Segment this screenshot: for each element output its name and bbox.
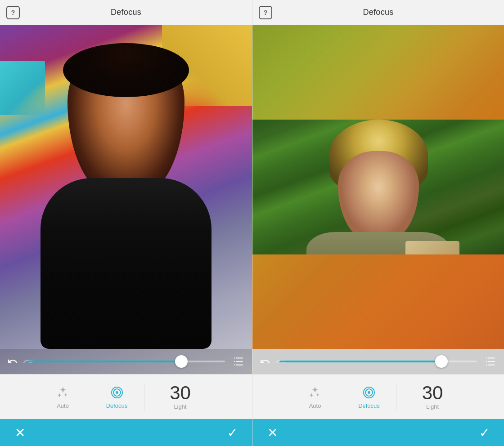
right-light-label: Light xyxy=(426,403,439,410)
left-slider-thumb[interactable] xyxy=(175,355,188,368)
right-slider-thumb[interactable] xyxy=(435,355,448,368)
right-action-bar: ✕ ✓ xyxy=(252,419,504,446)
right-number: 30 xyxy=(422,384,443,402)
left-defocus-label: Defocus xyxy=(106,402,128,409)
left-slider-track[interactable] xyxy=(27,361,225,362)
left-auto-label: Auto xyxy=(57,402,69,409)
left-light-tool[interactable]: 30 Light xyxy=(144,380,216,414)
left-confirm-button[interactable]: ✓ xyxy=(223,424,241,442)
left-cancel-button[interactable]: ✕ xyxy=(11,424,29,442)
right-toolbar: Auto Defocus 30 Light xyxy=(252,374,504,419)
left-number: 30 xyxy=(170,384,191,402)
right-cancel-button[interactable]: ✕ xyxy=(263,424,281,442)
right-auto-tool[interactable]: Auto xyxy=(288,381,342,413)
right-slider-area xyxy=(252,349,504,374)
left-auto-tool[interactable]: Auto xyxy=(36,381,90,413)
right-auto-label: Auto xyxy=(309,402,321,409)
right-defocus-icon xyxy=(361,384,377,401)
right-layers-button[interactable] xyxy=(485,356,497,367)
left-auto-icon xyxy=(55,384,71,401)
right-undo-button[interactable] xyxy=(260,356,270,367)
left-title: Defocus xyxy=(111,8,141,17)
right-slider-fill xyxy=(279,361,441,362)
left-image-area xyxy=(0,25,252,374)
right-panel: ? Defocus xyxy=(252,0,504,446)
right-defocus-label: Defocus xyxy=(358,402,380,409)
right-header: ? Defocus xyxy=(252,0,504,25)
right-slider-track[interactable] xyxy=(279,361,477,362)
left-toolbar: Auto Defocus 30 Light xyxy=(0,374,252,419)
left-action-bar: ✕ ✓ xyxy=(0,419,252,446)
right-confirm-button[interactable]: ✓ xyxy=(475,424,493,442)
left-defocus-tool[interactable]: Defocus xyxy=(90,381,144,413)
left-help-button[interactable]: ? xyxy=(6,6,20,19)
right-light-tool[interactable]: 30 Light xyxy=(396,380,468,414)
left-slider-area xyxy=(0,349,252,374)
right-image-area xyxy=(252,25,504,374)
left-light-label: Light xyxy=(174,403,186,410)
left-layers-button[interactable] xyxy=(233,356,245,367)
left-header: ? Defocus xyxy=(0,0,252,25)
svg-point-3 xyxy=(368,391,370,394)
right-title: Defocus xyxy=(363,8,393,17)
left-slider-fill xyxy=(27,361,181,362)
right-auto-icon xyxy=(307,384,323,401)
right-defocus-tool[interactable]: Defocus xyxy=(342,381,396,413)
left-photo xyxy=(0,25,252,374)
svg-point-1 xyxy=(116,391,118,394)
left-undo-button[interactable] xyxy=(7,356,18,367)
left-defocus-icon xyxy=(109,384,125,401)
right-photo xyxy=(252,25,504,374)
left-panel: ? Defocus xyxy=(0,0,252,446)
right-help-button[interactable]: ? xyxy=(259,6,272,19)
